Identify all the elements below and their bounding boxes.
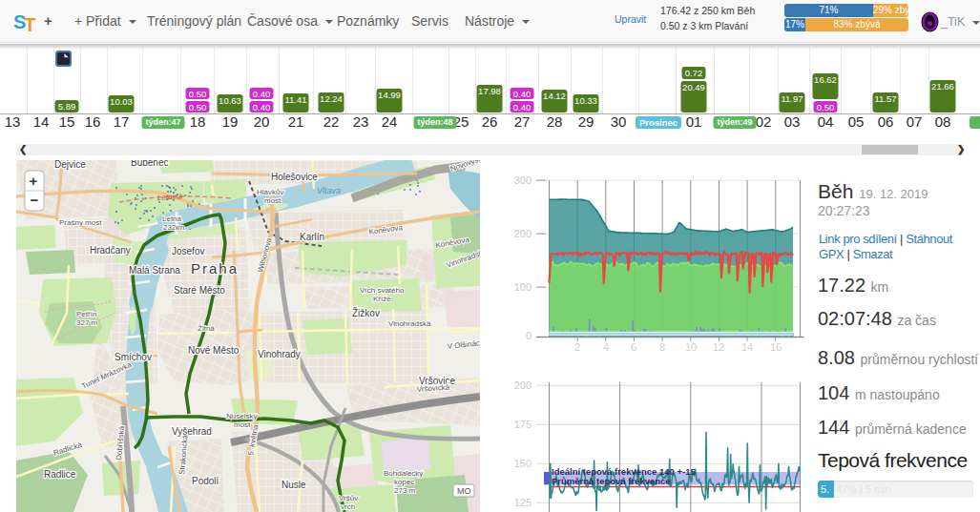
svg-text:10: 10 (685, 341, 697, 353)
svg-text:125: 125 (514, 497, 532, 508)
svg-text:200: 200 (514, 379, 532, 391)
svg-text:175: 175 (514, 419, 532, 430)
svg-text:6: 6 (631, 341, 636, 353)
svg-text:300: 300 (514, 174, 532, 186)
svg-text:100: 100 (514, 281, 532, 293)
svg-text:12: 12 (713, 341, 724, 353)
svg-text:2: 2 (574, 341, 580, 353)
svg-text:14: 14 (741, 341, 753, 353)
svg-text:0: 0 (526, 330, 532, 341)
svg-text:Průměrná tepová frekvence: Průměrná tepová frekvence (552, 476, 671, 486)
svg-text:16: 16 (770, 341, 782, 353)
svg-text:200: 200 (514, 228, 532, 239)
svg-text:4: 4 (603, 341, 609, 353)
svg-text:150: 150 (514, 458, 532, 469)
svg-text:8: 8 (659, 341, 665, 353)
